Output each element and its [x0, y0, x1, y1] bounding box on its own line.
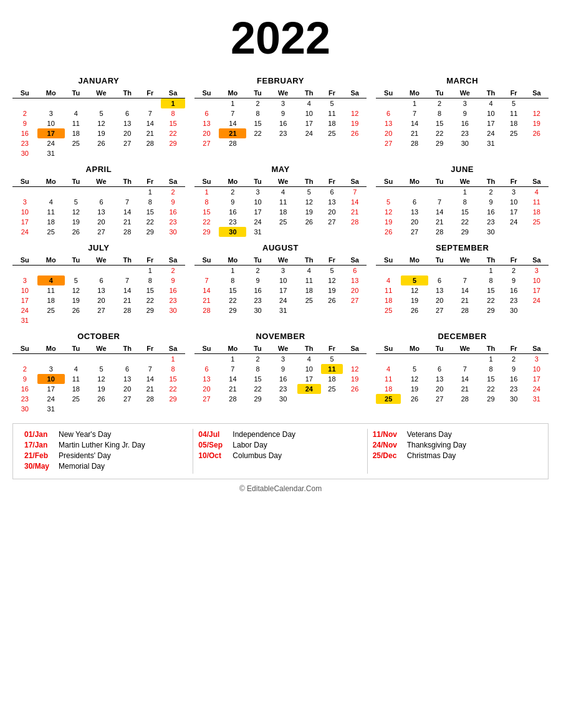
calendar-day: 25	[321, 128, 343, 138]
day-header: Fr	[321, 343, 343, 354]
day-header: Su	[194, 176, 219, 187]
day-header: Mo	[37, 255, 65, 266]
calendar-day: 11	[269, 197, 297, 207]
day-header: Mo	[401, 176, 428, 187]
calendar-day: 19	[65, 295, 87, 305]
calendar-day: 2	[503, 266, 525, 276]
calendar-day: 29	[139, 227, 161, 237]
month-july: JULYSuMoTuWeThFrSa1234567891011121314151…	[12, 243, 185, 325]
calendar-day	[321, 394, 343, 404]
calendar-day: 28	[219, 138, 246, 148]
calendar-day: 28	[219, 394, 246, 404]
calendar-day: 2	[246, 98, 269, 109]
calendar-day: 24	[503, 217, 525, 227]
calendar-day: 17	[37, 128, 65, 138]
calendar-day	[451, 354, 479, 365]
holiday-name: Veterans Day	[407, 430, 452, 439]
calendar-day: 10	[479, 108, 502, 118]
calendar-day: 1	[194, 187, 219, 198]
day-header: Mo	[37, 176, 65, 187]
calendar-day: 18	[503, 118, 525, 128]
calendar-day	[297, 305, 321, 315]
calendar-day: 17	[525, 374, 549, 384]
calendar-day: 9	[12, 374, 37, 384]
calendar-day: 26	[87, 394, 115, 404]
calendar-day: 23	[12, 394, 37, 404]
calendar-day: 23	[161, 295, 185, 305]
calendar-day: 19	[65, 217, 87, 227]
calendar-day: 10	[297, 364, 321, 374]
calendar-day: 15	[139, 207, 161, 217]
month-march: MARCHSuMoTuWeThFrSa123456789101112131415…	[376, 76, 549, 158]
calendar-day	[269, 138, 297, 148]
calendar-day: 18	[376, 295, 401, 305]
day-header: Su	[194, 88, 219, 98]
calendar-day: 9	[12, 118, 37, 128]
day-header: Tu	[428, 88, 451, 98]
calendar-day: 12	[401, 374, 428, 384]
day-header: We	[269, 176, 297, 187]
calendar-day: 24	[525, 384, 549, 394]
calendar-day: 17	[297, 118, 321, 128]
calendar-day	[139, 315, 161, 325]
day-header: Tu	[246, 343, 269, 354]
calendar-day: 14	[139, 374, 161, 384]
day-header: Fr	[139, 343, 161, 354]
calendar-day: 30	[269, 394, 297, 404]
calendar-day: 11	[65, 374, 87, 384]
calendar-day: 26	[376, 227, 401, 237]
calendar-day: 13	[321, 197, 343, 207]
holiday-row: 04/JulIndependence Day	[198, 430, 362, 439]
calendar-day: 25	[65, 394, 87, 404]
calendar-day: 5	[401, 275, 428, 285]
day-header: Th	[479, 255, 502, 266]
calendar-day: 8	[479, 275, 502, 285]
calendar-day: 5	[87, 364, 115, 374]
day-header: Su	[194, 343, 219, 354]
calendar-day: 15	[194, 207, 219, 217]
calendar-day	[37, 354, 65, 365]
calendar-day: 1	[219, 98, 246, 109]
calendar-day: 4	[376, 275, 401, 285]
calendar-day: 15	[161, 118, 185, 128]
calendar-day: 31	[246, 227, 269, 237]
calendar-day: 21	[401, 128, 428, 138]
calendar-day	[115, 98, 139, 109]
calendar-day	[401, 354, 428, 365]
calendar-day: 7	[401, 108, 428, 118]
calendar-day: 8	[194, 197, 219, 207]
footer: © EditableCalendar.Com	[12, 484, 549, 493]
calendar-day: 20	[115, 384, 139, 394]
calendar-day	[87, 187, 115, 198]
calendar-day: 11	[297, 275, 321, 285]
day-header: Tu	[246, 255, 269, 266]
calendar-day	[139, 98, 161, 109]
calendar-day: 22	[428, 128, 451, 138]
calendar-day: 17	[12, 217, 37, 227]
calendar-day	[87, 315, 115, 325]
calendar-day: 19	[343, 118, 367, 128]
calendar-day: 12	[343, 364, 367, 374]
calendar-day: 21	[219, 128, 246, 138]
calendar-day: 12	[401, 285, 428, 295]
day-header: We	[87, 255, 115, 266]
day-header: Mo	[219, 255, 246, 266]
calendar-day: 27	[115, 138, 139, 148]
calendar-day: 16	[219, 207, 246, 217]
calendar-day: 1	[139, 187, 161, 198]
month-june: JUNESuMoTuWeThFrSa1234567891011121314151…	[376, 165, 549, 237]
calendar-day: 3	[269, 98, 297, 109]
day-header: Su	[376, 343, 401, 354]
calendar-day: 6	[194, 108, 219, 118]
calendar-day: 18	[269, 207, 297, 217]
calendar-day	[343, 138, 367, 148]
holiday-row: 05/SepLabor Day	[198, 441, 362, 449]
calendar-day: 28	[428, 227, 451, 237]
calendar-day: 18	[376, 384, 401, 394]
calendar-day: 5	[87, 108, 115, 118]
calendar-day: 2	[219, 187, 246, 198]
holiday-name: Memorial Day	[59, 462, 105, 471]
calendar-day	[87, 98, 115, 109]
calendar-day: 7	[451, 364, 479, 374]
calendar-day	[161, 315, 185, 325]
